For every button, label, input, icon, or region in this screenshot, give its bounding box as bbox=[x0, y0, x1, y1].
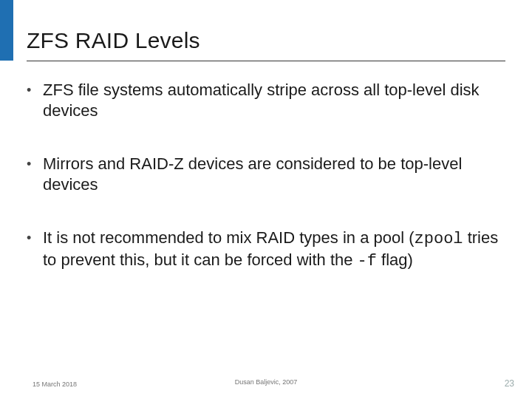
slide-body: • ZFS file systems automatically stripe … bbox=[27, 80, 505, 303]
bullet-text: It is not recommended to mix RAID types … bbox=[43, 228, 505, 272]
bullet-item: • It is not recommended to mix RAID type… bbox=[27, 228, 505, 272]
bullet-dot-icon: • bbox=[27, 80, 43, 100]
bullet-dot-icon: • bbox=[27, 154, 43, 174]
slide: ZFS RAID Levels • ZFS file systems autom… bbox=[0, 0, 532, 399]
accent-bar bbox=[0, 0, 13, 61]
bullet-item: • Mirrors and RAID-Z devices are conside… bbox=[27, 154, 505, 197]
title-rule bbox=[27, 61, 505, 61]
bullet-post: flag) bbox=[377, 250, 413, 269]
bullet-pre: Mirrors and RAID-Z devices are considere… bbox=[43, 154, 462, 194]
bullet-code2: -f bbox=[358, 252, 377, 270]
footer-author: Dusan Baljevic, 2007 bbox=[0, 378, 532, 386]
bullet-dot-icon: • bbox=[27, 228, 43, 248]
bullet-text: Mirrors and RAID-Z devices are considere… bbox=[43, 154, 505, 197]
bullet-pre: It is not recommended to mix RAID types … bbox=[43, 228, 415, 247]
bullet-code1: zpool bbox=[415, 230, 463, 248]
bullet-pre: ZFS file systems automatically stripe ac… bbox=[43, 81, 480, 120]
bullet-text: ZFS file systems automatically stripe ac… bbox=[43, 80, 505, 123]
footer: 15 March 2018 Dusan Baljevic, 2007 23 bbox=[0, 378, 532, 389]
slide-title: ZFS RAID Levels bbox=[27, 28, 200, 53]
bullet-item: • ZFS file systems automatically stripe … bbox=[27, 80, 505, 123]
